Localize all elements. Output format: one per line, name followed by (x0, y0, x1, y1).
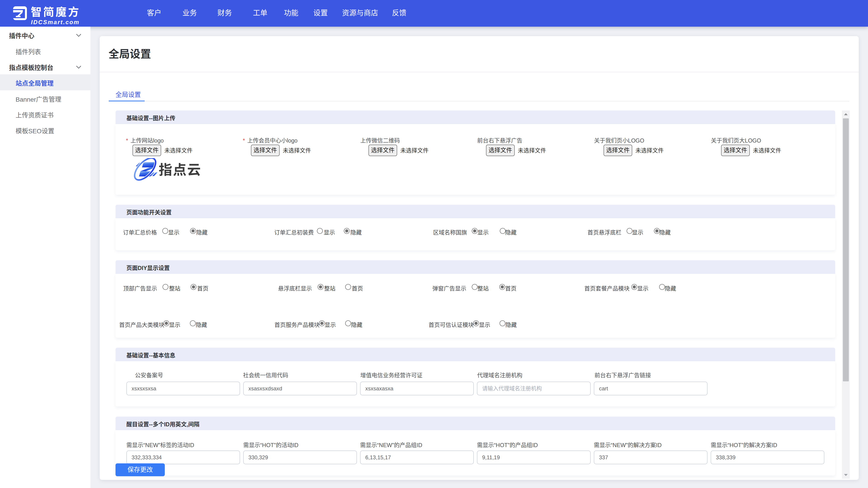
svg-text:指点云: 指点云 (159, 159, 202, 178)
